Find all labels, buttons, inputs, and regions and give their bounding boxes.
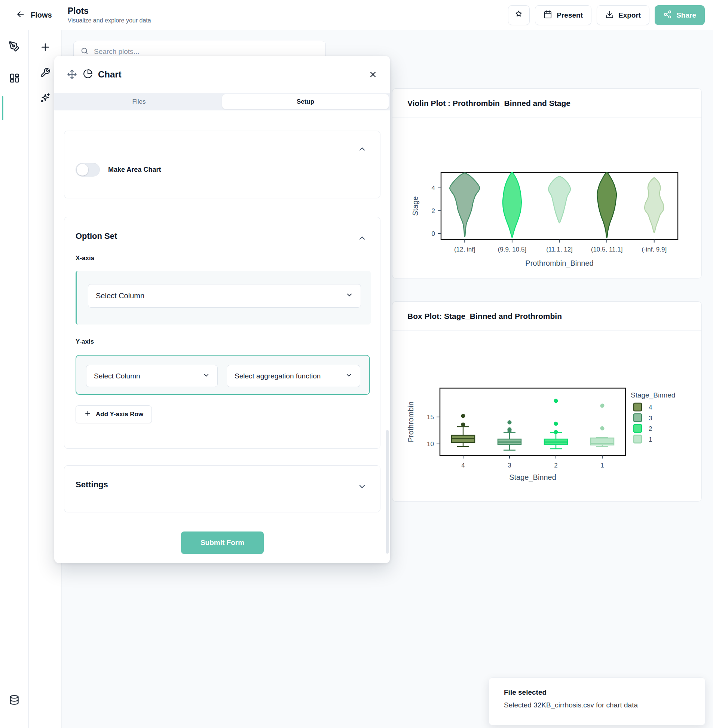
outlier-point bbox=[554, 430, 558, 434]
svg-text:Stage: Stage bbox=[411, 196, 419, 215]
svg-text:2: 2 bbox=[432, 207, 435, 214]
area-chart-toggle[interactable] bbox=[76, 163, 100, 177]
modal-title: Chart bbox=[98, 69, 122, 80]
box-plot-title: Box Plot: Stage_Binned and Prothrombin bbox=[407, 312, 562, 321]
svg-text:2: 2 bbox=[649, 425, 652, 432]
svg-text:Stage_Binned: Stage_Binned bbox=[509, 473, 556, 482]
svg-text:(-inf, 9.9]: (-inf, 9.9] bbox=[641, 246, 667, 253]
chevron-down-icon bbox=[345, 372, 352, 381]
svg-text:4: 4 bbox=[461, 462, 465, 469]
add-y-axis-row-button[interactable]: Add Y-axis Row bbox=[76, 405, 152, 423]
favorite-button[interactable] bbox=[508, 5, 530, 25]
settings-heading: Settings bbox=[76, 480, 108, 490]
share-button[interactable]: Share bbox=[655, 5, 705, 25]
plus-icon bbox=[40, 42, 51, 54]
area-chart-card: Make Area Chart bbox=[64, 131, 380, 198]
outlier-point bbox=[554, 422, 558, 426]
modal-tabbar: Files Setup bbox=[54, 93, 390, 111]
chevron-down-icon[interactable] bbox=[358, 482, 367, 491]
y-axis-select-value: Select Column bbox=[94, 372, 140, 380]
dashboard-grid-icon bbox=[9, 72, 20, 85]
chevron-up-icon[interactable] bbox=[358, 145, 367, 154]
svg-text:(11.1, 12]: (11.1, 12] bbox=[546, 246, 573, 253]
y-axis-row: Select Column Select aggregation functio… bbox=[76, 355, 370, 395]
submit-form-button[interactable]: Submit Form bbox=[181, 532, 264, 554]
svg-text:Stage_Binned: Stage_Binned bbox=[631, 391, 675, 399]
ai-sparkles-button[interactable] bbox=[36, 89, 55, 108]
outlier-point bbox=[461, 423, 465, 427]
toast-notification: File selected Selected 32KB_cirrhosis.cs… bbox=[489, 677, 706, 725]
app-header: Flows Plots Visualize and explore your d… bbox=[0, 0, 713, 30]
page-title: Plots bbox=[68, 6, 151, 16]
settings-card: Settings bbox=[64, 465, 380, 513]
search-input[interactable] bbox=[94, 48, 319, 56]
calendar-icon bbox=[543, 10, 552, 21]
x-axis-label: X-axis bbox=[76, 254, 94, 262]
legend-swatch bbox=[634, 425, 641, 432]
back-button[interactable]: Flows bbox=[16, 9, 52, 21]
outlier-point bbox=[461, 414, 465, 418]
chart-modal: Chart Files Setup Make Area Chart Option… bbox=[54, 56, 390, 563]
sparkles-icon bbox=[40, 93, 51, 105]
violin-shape bbox=[548, 177, 570, 223]
option-set-card: Option Set X-axis Select Column Y-axis S… bbox=[64, 217, 380, 449]
toast-message: Selected 32KB_cirrhosis.csv for chart da… bbox=[504, 701, 690, 709]
svg-text:Prothrombin: Prothrombin bbox=[407, 402, 415, 442]
svg-text:0: 0 bbox=[432, 230, 435, 237]
arrow-left-icon bbox=[16, 9, 25, 21]
chevron-up-icon[interactable] bbox=[358, 233, 367, 242]
header-divider bbox=[62, 0, 62, 30]
y-axis-label: Y-axis bbox=[76, 338, 94, 345]
chevron-down-icon bbox=[203, 372, 210, 381]
outlier-point bbox=[600, 404, 604, 408]
sidebar-item-database[interactable] bbox=[4, 691, 24, 710]
svg-text:1: 1 bbox=[600, 462, 604, 469]
tools-button[interactable] bbox=[36, 63, 55, 83]
svg-text:(12, inf]: (12, inf] bbox=[454, 246, 476, 253]
svg-text:Prothrombin_Binned: Prothrombin_Binned bbox=[525, 259, 593, 268]
share-label: Share bbox=[676, 11, 696, 19]
violin-shape bbox=[644, 178, 664, 232]
x-axis-panel: Select Column bbox=[76, 271, 371, 324]
modal-header: Chart bbox=[54, 56, 390, 93]
pie-chart-icon bbox=[83, 69, 93, 80]
area-chart-toggle-label: Make Area Chart bbox=[108, 166, 161, 174]
sidebar-item-pen-tool[interactable] bbox=[4, 37, 24, 57]
outlier-point bbox=[600, 426, 604, 431]
violin-plot: 024(12, inf](9.9, 10.5](11.1, 12](10.5, … bbox=[392, 167, 698, 278]
back-label: Flows bbox=[31, 11, 52, 19]
icon-sidebar bbox=[0, 30, 29, 728]
wrench-icon bbox=[40, 67, 51, 79]
add-node-button[interactable] bbox=[36, 38, 55, 57]
box-plot: 10154321Stage_BinnedProthrombinStage_Bin… bbox=[392, 386, 698, 502]
pen-tool-icon bbox=[9, 41, 20, 53]
toast-title: File selected bbox=[504, 688, 690, 697]
tab-files[interactable]: Files bbox=[56, 94, 222, 109]
outlier-point bbox=[508, 420, 512, 425]
add-y-axis-row-label: Add Y-axis Row bbox=[96, 411, 143, 418]
svg-text:(10.5, 11.1]: (10.5, 11.1] bbox=[591, 246, 623, 253]
legend-swatch bbox=[634, 435, 641, 443]
y-axis-aggregation-value: Select aggregation function bbox=[234, 372, 321, 380]
svg-text:2: 2 bbox=[554, 462, 557, 469]
move-handle[interactable] bbox=[67, 69, 77, 79]
page-subtitle: Visualize and explore your data bbox=[68, 17, 151, 24]
y-axis-column-select[interactable]: Select Column bbox=[86, 365, 218, 387]
x-axis-column-select[interactable]: Select Column bbox=[88, 284, 361, 308]
svg-text:10: 10 bbox=[427, 441, 434, 448]
tab-setup[interactable]: Setup bbox=[222, 94, 389, 109]
close-icon[interactable] bbox=[368, 70, 377, 79]
legend-swatch bbox=[634, 414, 641, 422]
option-set-heading: Option Set bbox=[76, 231, 117, 241]
modal-scrollbar[interactable] bbox=[386, 430, 389, 553]
box bbox=[591, 438, 614, 445]
sidebar-item-dashboard[interactable] bbox=[4, 69, 24, 88]
star-icon bbox=[515, 10, 524, 21]
present-button[interactable]: Present bbox=[535, 5, 591, 25]
y-axis-aggregation-select[interactable]: Select aggregation function bbox=[227, 365, 360, 387]
export-button[interactable]: Export bbox=[597, 5, 649, 25]
outlier-point bbox=[508, 428, 512, 432]
box-plot-card: Box Plot: Stage_Binned and Prothrombin 1… bbox=[392, 301, 702, 502]
svg-text:4: 4 bbox=[432, 184, 435, 191]
download-icon bbox=[605, 10, 614, 21]
